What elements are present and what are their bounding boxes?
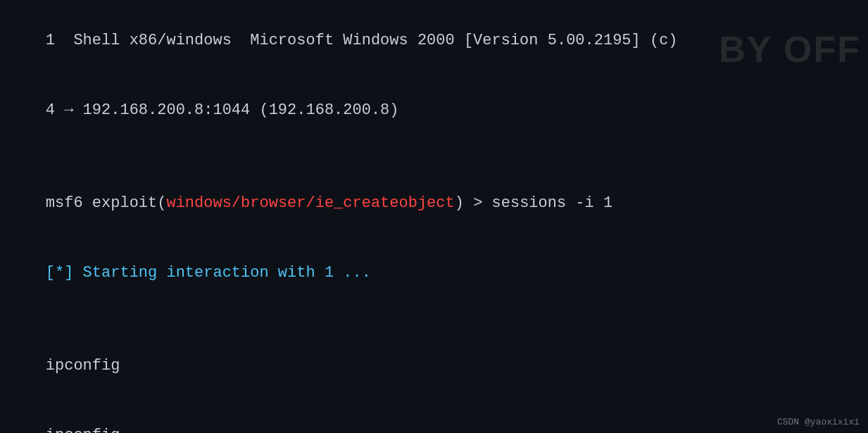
line2-text: 4 → 192.168.200.8:1044 (192.168.200.8) [46,101,399,119]
terminal-line-8: ipconfig [8,401,860,433]
terminal-line-2: 4 → 192.168.200.8:1044 (192.168.200.8) [8,75,860,145]
watermark-text: CSDN @yaoxixixi [777,417,860,427]
terminal-line-7: ipconfig [8,331,860,401]
terminal-line-4: msf6 exploit(windows/browser/ie_createob… [8,168,860,238]
line8-text: ipconfig [46,427,120,433]
terminal-line-3 [8,145,860,168]
line4-exploit: windows/browser/ie_createobject [166,194,454,212]
line1-text: 1 Shell x86/windows Microsoft Windows 20… [46,32,678,49]
terminal-window: BY OFF 1 Shell x86/windows Microsoft Win… [0,0,868,433]
terminal-line-1: 1 Shell x86/windows Microsoft Windows 20… [8,6,860,75]
terminal-line-6 [8,308,860,331]
terminal-line-5: [*] Starting interaction with 1 ... [8,238,860,308]
line4-prefix: msf6 exploit( [46,194,167,212]
line7-text: ipconfig [46,357,120,375]
line4-suffix: ) > sessions -i 1 [455,194,612,212]
line5-text: [*] Starting interaction with 1 ... [46,264,371,282]
